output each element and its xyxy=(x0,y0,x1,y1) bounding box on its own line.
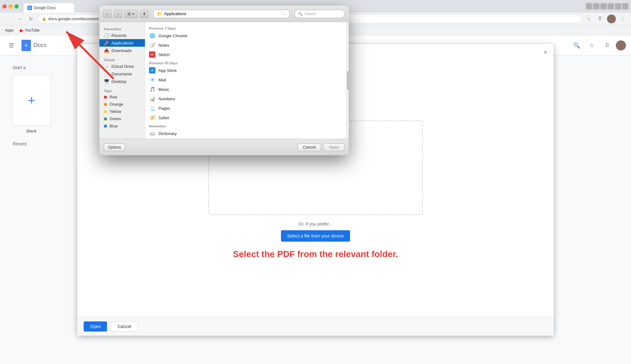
dialog-back-btn[interactable]: ‹ xyxy=(103,10,111,18)
red-label: Red xyxy=(110,95,117,99)
sidebar-tag-green[interactable]: Green xyxy=(99,115,145,122)
folder-icon: 📁 xyxy=(157,11,162,16)
bookmark-youtube[interactable]: ▶ YouTube xyxy=(19,27,41,33)
tab-favicon: G xyxy=(27,6,32,10)
dialog-toolbar: ‹ › ⊞ ▼ ⬆ 📁 Applications ⌃⌄ 🔍 Search xyxy=(99,6,349,22)
dictionary-icon: 📖 xyxy=(149,130,155,137)
downloads-label: Downloads xyxy=(111,48,132,53)
file-dictionary[interactable]: 📖 Dictionary xyxy=(145,129,346,138)
close-button[interactable] xyxy=(3,4,7,9)
traffic-lights xyxy=(3,4,19,9)
green-dot xyxy=(104,117,107,120)
sidebar-tag-yellow[interactable]: Yellow xyxy=(99,108,145,115)
docs-header-right: 🔍 ☆ ⠿ xyxy=(570,39,626,52)
bookmark-button[interactable]: ☆ xyxy=(584,15,593,23)
location-arrow: ⌃⌄ xyxy=(281,12,286,15)
numbers-icon: 📊 xyxy=(149,96,155,102)
menu-button[interactable]: ⋮ xyxy=(618,15,627,23)
recents-label: Recents xyxy=(111,33,127,38)
apps-grid-button[interactable]: ⠿ xyxy=(596,15,604,23)
file-mail[interactable]: 📧 Mail xyxy=(145,75,346,85)
sidebar-applications[interactable]: 🚀 Applications xyxy=(99,39,145,47)
sidebar-documents[interactable]: 📄 Documents xyxy=(99,70,145,78)
back-button[interactable]: ← xyxy=(4,15,13,23)
sidebar-tag-orange[interactable]: Orange xyxy=(99,101,145,108)
blue-label: Blue xyxy=(110,124,118,128)
maximize-button[interactable] xyxy=(15,4,19,9)
blue-dot xyxy=(104,125,107,128)
sidebar-downloads[interactable]: 📥 Downloads xyxy=(99,47,145,54)
dialog-search[interactable]: 🔍 Search xyxy=(295,10,345,18)
select-file-btn[interactable]: Select a file from your device xyxy=(281,230,350,242)
docs-logo: ≡ Docs xyxy=(21,40,46,51)
numbers-name: Numbers xyxy=(158,97,175,101)
minimize-button[interactable] xyxy=(9,4,13,9)
docs-user-avatar[interactable] xyxy=(616,40,626,50)
refresh-button[interactable]: ↻ xyxy=(27,15,35,23)
dialog-action-btn[interactable]: ⬆ xyxy=(140,10,148,18)
dialog-location[interactable]: 📁 Applications ⌃⌄ xyxy=(153,10,289,18)
file-music[interactable]: 🎵 Music xyxy=(145,85,346,94)
section-november: November xyxy=(145,122,346,129)
dialog-cancel-btn[interactable]: Cancel xyxy=(298,144,321,151)
file-app-store[interactable]: A App Store xyxy=(145,66,346,75)
ext-icon-3 xyxy=(600,3,607,9)
scrollbar-thumb xyxy=(347,71,349,90)
pages-icon: 📃 xyxy=(149,105,155,111)
search-icon-btn[interactable]: 🔍 xyxy=(570,39,583,52)
file-safari[interactable]: 🧭 Safari xyxy=(145,113,346,122)
green-label: Green xyxy=(110,116,121,121)
skitch-icon: ✏ xyxy=(149,51,155,58)
sidebar-recents[interactable]: 🕐 Recents xyxy=(99,32,145,39)
apps-grid-icon-btn[interactable]: ⠿ xyxy=(601,39,613,52)
file-messages[interactable]: 💬 Messages xyxy=(145,138,346,139)
or-text: Or, if you prefer... xyxy=(299,221,332,226)
yellow-label: Yellow xyxy=(110,109,121,114)
bookmark-apps[interactable]: Apps xyxy=(4,27,15,33)
url-text: docs.google.com/document xyxy=(48,16,98,21)
icloud-drive-label: iCloud Drive xyxy=(111,64,134,69)
docs-logo-icon: ≡ xyxy=(21,40,31,51)
dialog-options-btn[interactable]: Options xyxy=(104,144,125,151)
file-notes[interactable]: 📝 Notes xyxy=(145,40,346,50)
dialog-view-btn[interactable]: ⊞ ▼ xyxy=(125,10,138,18)
user-avatar[interactable] xyxy=(607,15,616,23)
blank-template[interactable]: + Blank xyxy=(13,75,51,134)
lock-icon: 🔒 xyxy=(42,17,46,21)
dialog-open-btn[interactable]: Open xyxy=(324,144,344,151)
music-name: Music xyxy=(158,87,169,92)
sidebar-desktop[interactable]: 🖥️ Desktop xyxy=(99,78,145,85)
applications-icon: 🚀 xyxy=(104,40,109,45)
music-icon: 🎵 xyxy=(149,86,155,92)
footer-open-btn[interactable]: Open xyxy=(84,321,107,332)
file-numbers[interactable]: 📊 Numbers xyxy=(145,94,346,103)
upload-dialog-close[interactable]: × xyxy=(541,48,550,57)
bookmark-icon-btn[interactable]: ☆ xyxy=(586,39,598,52)
sidebar-icloud-drive[interactable]: ☁️ iCloud Drive xyxy=(99,62,145,70)
active-tab[interactable]: G Google Docs xyxy=(24,3,74,13)
file-dialog: ‹ › ⊞ ▼ ⬆ 📁 Applications ⌃⌄ 🔍 Search Fav… xyxy=(99,6,349,155)
dialog-filelist[interactable]: Previous 7 Days 🌐 Google Chrome 📝 Notes … xyxy=(145,22,346,139)
ext-icon-2 xyxy=(593,3,599,9)
applications-label: Applications xyxy=(111,41,134,45)
dialog-forward-btn[interactable]: › xyxy=(114,10,122,18)
yellow-dot xyxy=(104,110,107,113)
view-arrow: ▼ xyxy=(132,12,135,15)
icloud-drive-icon: ☁️ xyxy=(104,64,109,69)
tags-label: Tags xyxy=(99,88,145,93)
footer-cancel-btn[interactable]: Cancel xyxy=(111,321,138,332)
dialog-scrollbar[interactable] xyxy=(346,22,349,139)
file-skitch[interactable]: ✏ Skitch xyxy=(145,50,346,59)
forward-button[interactable]: → xyxy=(15,15,24,23)
ext-icon-1 xyxy=(586,3,592,9)
file-pages[interactable]: 📃 Pages xyxy=(145,103,346,113)
notes-icon: 📝 xyxy=(149,42,155,48)
dictionary-name: Dictionary xyxy=(158,131,177,136)
hamburger-menu[interactable]: ☰ xyxy=(5,39,18,52)
sidebar-tag-blue[interactable]: Blue xyxy=(99,122,145,130)
file-google-chrome[interactable]: 🌐 Google Chrome xyxy=(145,31,346,40)
sidebar-tag-red[interactable]: Red xyxy=(99,93,145,101)
instruction-text: Select the PDF from the relevant folder. xyxy=(233,249,398,259)
documents-label: Documents xyxy=(111,72,132,76)
appstore-icon: A xyxy=(149,67,155,73)
